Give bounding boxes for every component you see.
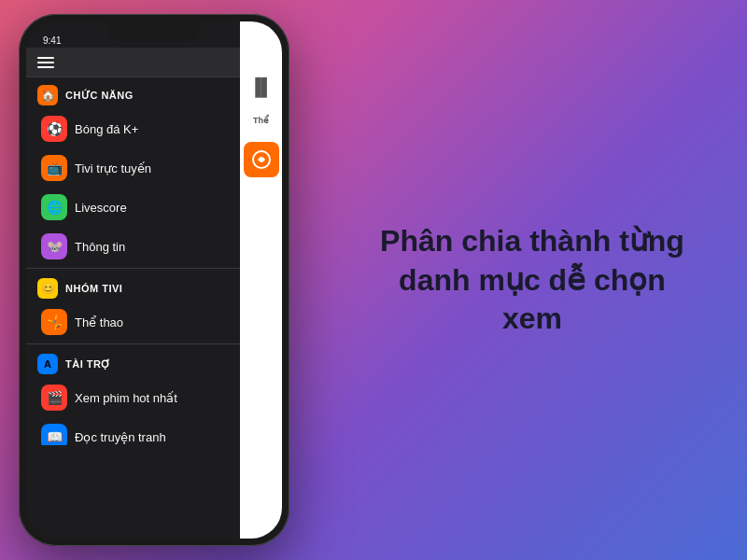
chuc-nang-label: CHỨC NĂNG — [65, 90, 134, 102]
main-heading: Phân chia thành từng danh mục dễ chọn xe… — [374, 222, 691, 339]
bongda-label: Bóng đá K+ — [75, 122, 252, 136]
hamburger-button[interactable] — [37, 57, 54, 68]
panel-logo — [244, 142, 279, 177]
main-content: Phân chia thành từng danh mục dễ chọn xe… — [374, 222, 691, 339]
tai-tro-label: TÀI TRỢ — [65, 358, 111, 371]
phone-notch — [107, 21, 201, 42]
livescore-icon: 🌐 — [41, 194, 67, 220]
nhom-tivi-icon: 😊 — [37, 278, 58, 299]
chuc-nang-icon: 🏠 — [37, 85, 58, 105]
tai-tro-icon: A — [37, 354, 58, 374]
phone-frame: 9:41 ● ● ▶ ☆ 🏠 CHỨC NĂNG — [19, 14, 289, 546]
xemphim-icon: 🎬 — [41, 385, 67, 411]
panel-the-label: Thể — [253, 116, 269, 125]
time-display: 9:41 — [43, 35, 61, 46]
bongda-icon: ⚽ — [41, 116, 67, 142]
doctruyentranh-icon: 📖 — [41, 424, 67, 445]
right-panel: ▐▌ Thể — [240, 21, 282, 539]
thongtin-icon: 🐭 — [41, 233, 67, 259]
phone-mockup: 9:41 ● ● ▶ ☆ 🏠 CHỨC NĂNG — [19, 14, 289, 546]
thethao-icon: 🤸 — [41, 309, 67, 335]
nhom-tivi-label: NHÓM TIVI — [65, 283, 122, 294]
phone-screen: 9:41 ● ● ▶ ☆ 🏠 CHỨC NĂNG — [26, 21, 282, 539]
audio-icon: ▐▌ — [249, 77, 274, 97]
tivi-icon: 📺 — [41, 155, 67, 181]
